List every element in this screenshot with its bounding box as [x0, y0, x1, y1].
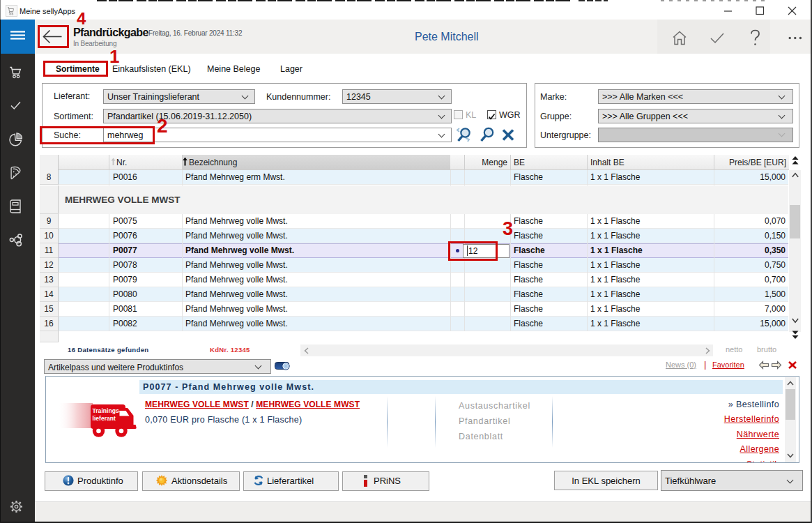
svg-text:lieferant: lieferant	[93, 415, 116, 422]
svg-text:Trainings-: Trainings-	[93, 407, 121, 414]
